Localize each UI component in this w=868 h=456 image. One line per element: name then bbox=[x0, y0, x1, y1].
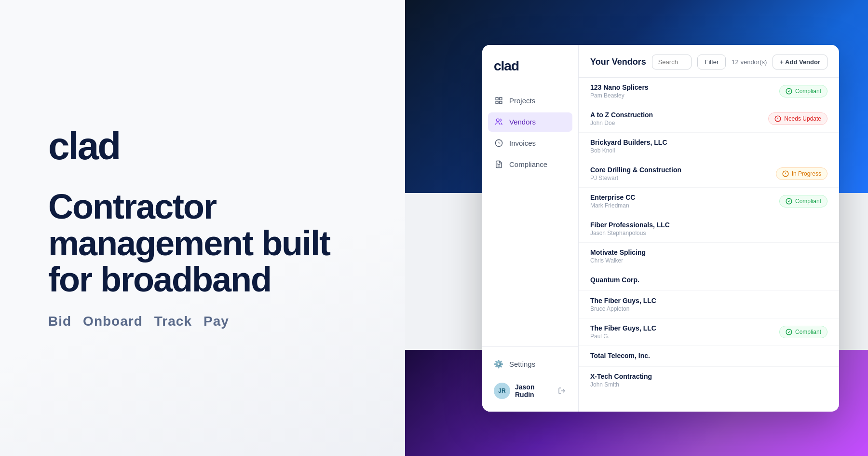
vendor-contact: John Smith bbox=[590, 381, 652, 388]
status-label: In Progress bbox=[792, 170, 821, 177]
search-input[interactable] bbox=[652, 55, 692, 69]
sidebar-item-vendors[interactable]: Vendors bbox=[488, 112, 572, 132]
vendor-count: 12 vendor(s) bbox=[732, 58, 767, 66]
vendor-info: Quantum Corp. bbox=[590, 276, 639, 285]
vendor-name: The Fiber Guys, LLC bbox=[590, 297, 656, 304]
status-icon bbox=[786, 198, 792, 205]
table-row[interactable]: 123 Nano Splicers Pam Beasley Compliant bbox=[579, 78, 839, 105]
brand-logo-left: clad bbox=[48, 127, 357, 166]
vendor-contact: Bob Knoll bbox=[590, 147, 667, 154]
sidebar-item-compliance[interactable]: Compliance bbox=[488, 155, 572, 174]
hero-subtext-item: Bid bbox=[48, 314, 71, 329]
vendor-info: Total Telecom, Inc. bbox=[590, 352, 650, 360]
vendor-info: A to Z Construction John Doe bbox=[590, 111, 653, 126]
vendor-contact: Pam Beasley bbox=[590, 92, 649, 99]
vendor-name: Motivate Splicing bbox=[590, 249, 646, 256]
table-row[interactable]: Motivate Splicing Chris Walker bbox=[579, 243, 839, 270]
user-name: Jason Rudin bbox=[515, 383, 552, 399]
vendor-name: Fiber Professionals, LLC bbox=[590, 221, 670, 229]
page-title: Your Vendors bbox=[590, 57, 646, 67]
status-badge: Needs Update bbox=[768, 112, 827, 125]
compliance-icon bbox=[494, 160, 503, 169]
vendor-name: The Fiber Guys, LLC bbox=[590, 324, 656, 332]
vendor-name: Quantum Corp. bbox=[590, 276, 639, 284]
status-label: Needs Update bbox=[784, 115, 821, 122]
sidebar-item-label: Vendors bbox=[509, 118, 536, 126]
vendor-info: Brickyard Builders, LLC Bob Knoll bbox=[590, 138, 667, 154]
vendor-contact: PJ Stewart bbox=[590, 175, 681, 181]
main-content: Your Vendors Filter 12 vendor(s) + Add V… bbox=[579, 45, 839, 412]
status-badge: Compliant bbox=[779, 326, 827, 338]
vendor-contact: Paul G. bbox=[590, 333, 656, 340]
main-header: Your Vendors Filter 12 vendor(s) + Add V… bbox=[579, 45, 839, 78]
vendor-info: X-Tech Contracting John Smith bbox=[590, 373, 652, 388]
vendor-contact: Bruce Appleton bbox=[590, 305, 656, 312]
vendor-list: 123 Nano Splicers Pam Beasley Compliant … bbox=[579, 78, 839, 412]
status-icon bbox=[786, 329, 792, 335]
left-content: clad Contractor management built for bro… bbox=[0, 0, 405, 456]
status-icon bbox=[774, 115, 781, 122]
vendor-info: The Fiber Guys, LLC Paul G. bbox=[590, 324, 656, 340]
status-label: Compliant bbox=[795, 329, 821, 335]
sidebar-bottom: ⚙️ Settings JR Jason Rudin bbox=[482, 346, 578, 412]
hero-subtext-item: Onboard bbox=[83, 314, 143, 329]
vendor-name: Total Telecom, Inc. bbox=[590, 352, 650, 359]
status-badge: In Progress bbox=[776, 167, 827, 180]
status-badge: Compliant bbox=[779, 85, 827, 97]
add-vendor-button[interactable]: + Add Vendor bbox=[773, 55, 827, 69]
sidebar: clad Projects Vendors Invoices Complianc… bbox=[482, 45, 579, 412]
table-row[interactable]: Fiber Professionals, LLC Jason Stephanpo… bbox=[579, 215, 839, 243]
sidebar-item-label: Projects bbox=[509, 97, 535, 105]
filter-button[interactable]: Filter bbox=[697, 55, 726, 69]
search-wrapper bbox=[652, 55, 692, 69]
vendor-info: 123 Nano Splicers Pam Beasley bbox=[590, 83, 649, 99]
hero-heading: Contractor management built for broadban… bbox=[48, 189, 357, 298]
table-row[interactable]: A to Z Construction John Doe Needs Updat… bbox=[579, 105, 839, 133]
hero-subtext-item: Track bbox=[154, 314, 192, 329]
svg-rect-1 bbox=[499, 97, 502, 100]
sidebar-item-label: Compliance bbox=[509, 160, 547, 168]
svg-rect-3 bbox=[496, 101, 498, 104]
table-row[interactable]: The Fiber Guys, LLC Bruce Appleton bbox=[579, 291, 839, 318]
invoices-icon bbox=[494, 138, 503, 148]
vendor-contact: Chris Walker bbox=[590, 257, 646, 264]
vendors-icon bbox=[494, 117, 503, 127]
vendor-contact: Jason Stephanpolous bbox=[590, 230, 670, 236]
sidebar-logo: clad bbox=[482, 58, 578, 74]
vendor-contact: Mark Friedman bbox=[590, 202, 635, 209]
vendor-name: 123 Nano Splicers bbox=[590, 83, 649, 91]
vendor-contact: John Doe bbox=[590, 120, 653, 126]
status-badge: Compliant bbox=[779, 195, 827, 207]
status-icon bbox=[782, 170, 789, 177]
sidebar-nav: Projects Vendors Invoices Compliance bbox=[482, 91, 578, 346]
vendor-info: Fiber Professionals, LLC Jason Stephanpo… bbox=[590, 221, 670, 236]
vendor-info: Motivate Splicing Chris Walker bbox=[590, 249, 646, 264]
svg-rect-2 bbox=[499, 101, 502, 104]
app-panel: clad Projects Vendors Invoices Complianc… bbox=[482, 45, 839, 412]
settings-icon: ⚙️ bbox=[494, 359, 503, 369]
sidebar-settings-item[interactable]: ⚙️ Settings bbox=[488, 355, 572, 374]
hero-subtext: BidOnboardTrackPay bbox=[48, 314, 357, 329]
table-row[interactable]: Enterprise CC Mark Friedman Compliant bbox=[579, 188, 839, 215]
vendor-name: Core Drilling & Construction bbox=[590, 166, 681, 174]
sidebar-item-projects[interactable]: Projects bbox=[488, 91, 572, 111]
avatar: JR bbox=[494, 383, 510, 399]
status-label: Compliant bbox=[795, 88, 821, 95]
logout-icon[interactable] bbox=[557, 386, 567, 396]
vendor-name: X-Tech Contracting bbox=[590, 373, 652, 380]
hero-subtext-item: Pay bbox=[203, 314, 229, 329]
table-row[interactable]: Brickyard Builders, LLC Bob Knoll bbox=[579, 133, 839, 160]
sidebar-item-invoices[interactable]: Invoices bbox=[488, 134, 572, 153]
vendor-info: Core Drilling & Construction PJ Stewart bbox=[590, 166, 681, 181]
vendor-info: The Fiber Guys, LLC Bruce Appleton bbox=[590, 297, 656, 312]
svg-rect-0 bbox=[496, 97, 498, 100]
table-row[interactable]: X-Tech Contracting John Smith bbox=[579, 367, 839, 394]
table-row[interactable]: Total Telecom, Inc. bbox=[579, 346, 839, 367]
vendor-name: Enterprise CC bbox=[590, 193, 635, 201]
vendor-name: Brickyard Builders, LLC bbox=[590, 138, 667, 146]
table-row[interactable]: The Fiber Guys, LLC Paul G. Compliant bbox=[579, 318, 839, 346]
settings-label: Settings bbox=[509, 360, 535, 368]
table-row[interactable]: Core Drilling & Construction PJ Stewart … bbox=[579, 160, 839, 188]
table-row[interactable]: Quantum Corp. bbox=[579, 270, 839, 291]
svg-point-4 bbox=[496, 119, 499, 122]
